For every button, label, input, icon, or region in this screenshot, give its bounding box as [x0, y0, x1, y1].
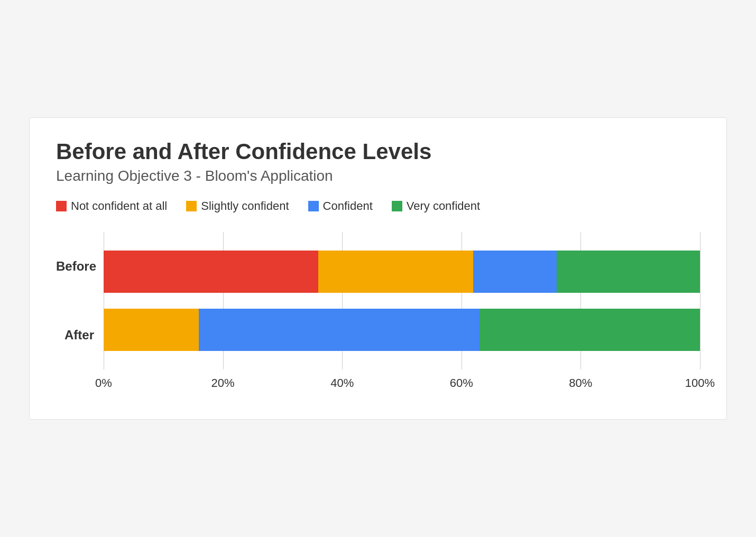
legend-label-very-confident: Very confident	[407, 199, 480, 213]
x-label-60pct: 60%	[450, 374, 473, 393]
chart-container: Before and After Confidence Levels Learn…	[29, 117, 727, 420]
legend-label-slightly-confident: Slightly confident	[201, 199, 289, 213]
legend-label-not-confident: Not confident at all	[71, 199, 167, 213]
segment-after-very-confident	[480, 309, 700, 351]
chart-area: BeforeAfter 0%20%40%60%80%100%	[56, 232, 700, 393]
y-label-before: Before	[56, 259, 104, 274]
chart-subtitle: Learning Objective 3 - Bloom's Applicati…	[56, 168, 700, 184]
legend-swatch-slightly-confident	[186, 201, 197, 211]
legend-item-slightly-confident: Slightly confident	[186, 199, 289, 213]
x-label-100pct: 100%	[685, 374, 715, 393]
segment-after-slightly-confident	[104, 309, 199, 351]
segment-after-confident	[199, 309, 479, 351]
legend: Not confident at allSlightly confidentCo…	[56, 199, 700, 213]
grid-and-bars: BeforeAfter	[56, 232, 700, 369]
x-label-20pct: 20%	[211, 374, 235, 393]
x-label-80pct: 80%	[569, 374, 592, 393]
x-label-0pct: 0%	[95, 374, 112, 393]
stacked-bar-before	[104, 251, 700, 293]
stacked-bar-after	[104, 309, 700, 351]
legend-label-confident: Confident	[323, 199, 373, 213]
segment-before-not-confident	[104, 251, 318, 293]
grid-line-100	[700, 232, 700, 369]
bar-row-before	[104, 243, 700, 301]
segment-before-confident	[473, 251, 557, 293]
bar-row-after	[104, 301, 700, 359]
legend-swatch-very-confident	[392, 201, 402, 211]
legend-item-very-confident: Very confident	[392, 199, 480, 213]
x-label-40pct: 40%	[330, 374, 354, 393]
legend-item-not-confident: Not confident at all	[56, 199, 167, 213]
y-labels: BeforeAfter	[56, 232, 104, 369]
legend-item-confident: Confident	[308, 199, 373, 213]
x-axis: 0%20%40%60%80%100%	[104, 374, 700, 393]
chart-title: Before and After Confidence Levels	[56, 139, 700, 164]
segment-before-very-confident	[557, 251, 700, 293]
legend-swatch-not-confident	[56, 201, 67, 211]
legend-swatch-confident	[308, 201, 319, 211]
y-label-after: After	[56, 328, 104, 342]
bars-and-grid	[104, 232, 700, 369]
segment-before-slightly-confident	[318, 251, 473, 293]
